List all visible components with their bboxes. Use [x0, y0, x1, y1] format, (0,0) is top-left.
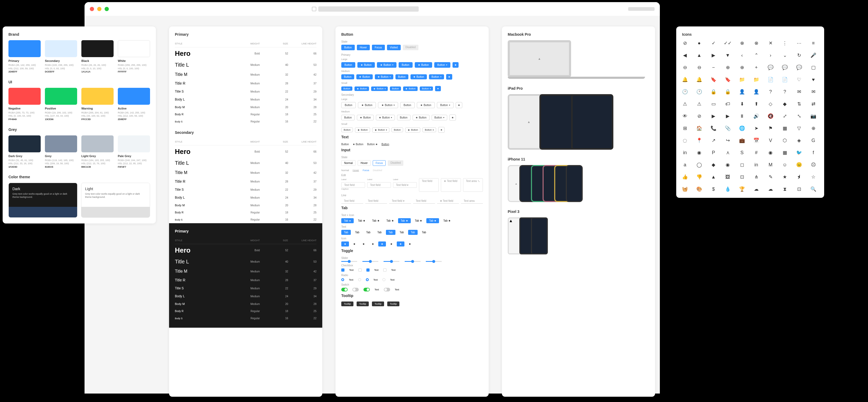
close-window-dot[interactable] — [90, 7, 94, 11]
tab[interactable]: Tab ★ — [341, 218, 354, 223]
radio[interactable] — [341, 278, 344, 281]
switch[interactable] — [384, 288, 390, 291]
button-dropdown[interactable]: Button ▾ — [420, 86, 433, 91]
text-link-caret[interactable]: Button ★ — [367, 143, 378, 146]
button-dropdown[interactable]: Button ▾ — [429, 74, 444, 79]
tab[interactable]: Tab — [375, 230, 384, 235]
tab[interactable]: Tab ★ — [441, 218, 453, 223]
minimize-window-dot[interactable] — [97, 7, 101, 11]
radio[interactable] — [358, 278, 361, 281]
tab[interactable]: Tab — [341, 230, 351, 235]
button-icon[interactable]: ★ — [435, 86, 441, 91]
checkbox[interactable] — [359, 268, 362, 271]
line-field[interactable]: Text field — [365, 198, 387, 204]
checkbox[interactable] — [341, 268, 344, 271]
button[interactable]: Button — [341, 62, 355, 68]
switch[interactable] — [364, 288, 370, 291]
button-dropdown[interactable]: Button ▾ — [434, 62, 451, 68]
button-icon[interactable]: ★ — [453, 62, 459, 68]
tab-icon[interactable]: ★ — [341, 241, 349, 247]
line-field[interactable]: Text field — [413, 198, 435, 204]
button[interactable]: Button — [341, 86, 352, 91]
button-star[interactable]: ★ Button — [358, 102, 376, 108]
text-field[interactable]: Text field ▾ — [393, 182, 417, 188]
button-icon[interactable]: ★ — [449, 115, 456, 121]
button[interactable]: Button — [399, 62, 413, 68]
button-star[interactable]: ★ Button — [357, 115, 374, 120]
button[interactable]: Button — [390, 86, 401, 91]
button-star[interactable]: ★ Button — [415, 62, 432, 68]
tab-icon[interactable]: ★ — [350, 241, 358, 247]
text-field[interactable]: Text field — [341, 182, 365, 188]
text-area[interactable]: Text area ⤡ — [463, 178, 483, 192]
button-dropdown[interactable]: ★ Button ▾ — [378, 102, 398, 108]
button-dropdown[interactable]: ★ Button ▾ — [371, 86, 388, 91]
radio[interactable] — [382, 278, 385, 281]
button-dropdown[interactable]: ★ Button ▾ — [372, 127, 390, 133]
tab[interactable]: Tab — [397, 230, 406, 235]
tab[interactable]: Tab ★ — [426, 218, 439, 223]
maximize-window-dot[interactable] — [104, 7, 109, 11]
button-star[interactable]: ★ Button — [358, 62, 375, 68]
slider[interactable] — [363, 261, 378, 262]
text-field[interactable]: Text field — [419, 178, 439, 192]
tab[interactable]: Tab ★ — [398, 218, 411, 223]
checkbox[interactable] — [383, 268, 386, 271]
button[interactable]: Button — [392, 127, 403, 132]
button-dropdown[interactable]: Button ▾ — [437, 102, 454, 108]
slider[interactable] — [383, 261, 399, 262]
button-star[interactable]: ★ Button — [355, 127, 370, 133]
tab-icon[interactable]: ★ — [360, 241, 367, 247]
text-field[interactable]: Text field — [367, 182, 391, 188]
button[interactable]: Button — [341, 115, 355, 120]
url-bar[interactable] — [318, 6, 419, 12]
tab[interactable]: Tab ★ — [412, 218, 425, 223]
button-star[interactable]: ★ Button — [413, 115, 430, 120]
line-area[interactable]: Text area — [461, 198, 483, 204]
text-link[interactable]: Button — [341, 143, 349, 146]
tab[interactable]: Tab ★ — [384, 218, 397, 223]
tab-icon[interactable]: ★ — [369, 241, 377, 247]
switch[interactable] — [341, 288, 348, 291]
text-link-underline[interactable]: Button — [381, 143, 389, 146]
button-star[interactable]: ★ Button — [405, 127, 420, 133]
button[interactable]: Button — [341, 127, 353, 132]
switch[interactable] — [352, 288, 359, 291]
button[interactable]: Button — [341, 74, 354, 79]
button-icon[interactable]: ★ — [456, 102, 462, 108]
button-star[interactable]: ★ Button — [417, 102, 435, 108]
button-star[interactable]: ★ Button — [354, 86, 369, 91]
button[interactable]: Button — [397, 115, 410, 120]
tab-icon[interactable]: ★ — [388, 241, 395, 247]
line-field[interactable]: ★ Text field — [437, 198, 459, 204]
slider[interactable] — [341, 261, 357, 262]
tab-icon[interactable]: ★ — [378, 241, 386, 247]
button[interactable]: Button — [341, 102, 356, 108]
slider[interactable] — [426, 261, 442, 262]
tab[interactable]: Tab — [408, 230, 417, 235]
button-star[interactable]: ★ Button — [410, 74, 427, 79]
button[interactable]: Button — [396, 74, 408, 79]
checkbox[interactable] — [366, 268, 370, 271]
button-icon[interactable]: ★ — [438, 127, 444, 133]
tab[interactable]: Tab — [364, 230, 373, 235]
button-dropdown[interactable]: ★ Button ▾ — [376, 115, 395, 120]
tab[interactable]: Tab — [386, 230, 396, 235]
button-dropdown[interactable]: Button ▾ — [423, 127, 436, 132]
button-dropdown[interactable]: ★ Button ▾ — [375, 74, 393, 79]
tab[interactable]: Tab — [352, 230, 362, 235]
button-star[interactable]: ★ Button — [403, 86, 417, 91]
text-link-star[interactable]: ★ Button — [353, 143, 364, 146]
button-icon[interactable]: ★ — [446, 74, 452, 80]
tab[interactable]: Tab ★ — [355, 218, 368, 223]
line-field[interactable]: Text field ▾ — [389, 198, 411, 204]
tab-icon[interactable]: ★ — [397, 241, 404, 247]
slider[interactable] — [405, 261, 421, 262]
text-field[interactable]: ★ Text field — [441, 178, 461, 192]
tab[interactable]: Tab — [419, 230, 429, 235]
tab[interactable]: Tab ★ — [370, 218, 382, 223]
line-field[interactable]: Text field — [341, 198, 363, 204]
button-dropdown[interactable]: ★ Button ▾ — [377, 62, 397, 68]
button[interactable]: Button — [400, 102, 415, 108]
button-dropdown[interactable]: Button ▾ — [432, 115, 447, 120]
